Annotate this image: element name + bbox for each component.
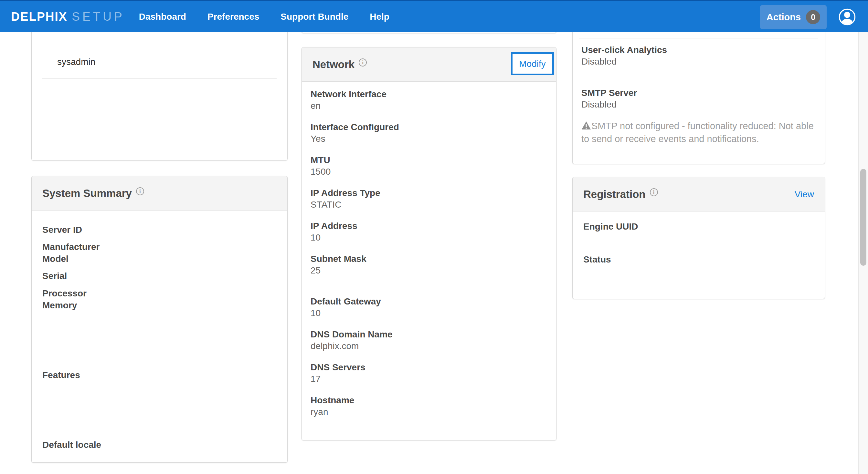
field-label: DNS Domain Name [311,329,393,340]
divider [579,82,818,82]
nav-item-dashboard[interactable]: Dashboard [139,12,186,22]
field-label: MTU [311,154,331,166]
field-value: delphix.com [311,340,393,352]
network-panel: Network i Modify Network Interface en In… [302,47,556,440]
divider [42,78,277,79]
field-label: Default Gateway [311,296,381,307]
field-value: en [311,100,386,112]
network-field: Interface Configured Yes [311,122,399,145]
field-value: 1500 [311,166,331,178]
delphix-setup-logo: DELPHIX SETUP [11,10,125,24]
field-value: 10 [311,307,381,319]
field-value: Disabled [581,99,637,110]
network-title: Network [312,59,354,71]
field-value: 17 [311,373,366,385]
user-avatar-icon [839,22,856,27]
network-field: Network Interface en [311,89,386,112]
registration-panel: Registration i View Engine UUID Status [572,177,825,299]
field-label: User-click Analytics [581,44,667,56]
actions-count-badge: 0 [806,10,820,24]
system-summary-panel: System Summary i Server ID Manufacturer … [31,176,288,463]
actions-button-label: Actions [767,12,801,23]
field-value: 25 [311,265,367,276]
summary-label-serial: Serial [42,270,67,282]
network-modify-button[interactable]: Modify [511,52,554,75]
field-label: Hostname [311,395,354,406]
nav-links: Dashboard Preferences Support Bundle Hel… [139,12,390,22]
nav-item-support-bundle[interactable]: Support Bundle [280,12,348,22]
network-field: IP Address 10 [311,220,358,243]
field-label: DNS Servers [311,362,366,373]
smtp-warning-message: SMTP not configured - functionality redu… [581,120,816,145]
page-scrollbar-track[interactable] [858,32,868,474]
account-username: sysadmin [57,57,95,67]
field-value: ryan [311,406,354,418]
network-field: DNS Servers 17 [311,362,366,385]
field-value: Yes [311,133,399,145]
nav-item-help[interactable]: Help [370,12,390,22]
user-menu-button[interactable] [839,8,856,26]
analytics-field: User-click Analytics Disabled [581,44,667,67]
field-value: STATIC [311,199,380,210]
actions-button[interactable]: Actions 0 [760,5,827,29]
network-field: DNS Domain Name delphix.com [311,329,393,352]
account-panel: sysadmin [31,16,288,161]
warning-message-text: SMTP not configured - functionality redu… [581,121,814,144]
field-label: Subnet Mask [311,253,367,265]
summary-label-model: Model [42,253,68,265]
notifications-panel: User-click Analytics Disabled SMTP Serve… [572,12,825,164]
field-label: Interface Configured [311,122,399,133]
summary-label-features: Features [42,369,80,381]
summary-label-server-id: Server ID [42,224,82,236]
field-value: Disabled [581,56,667,67]
system-summary-header: System Summary i [32,176,287,210]
network-header: Network i Modify [302,47,556,82]
logo-delphix: DELPHIX [11,10,67,24]
info-icon[interactable]: i [650,188,658,196]
field-label: IP Address Type [311,187,380,199]
registration-title: Registration [583,188,646,201]
summary-label-processor: Processor [42,288,87,299]
network-field: Subnet Mask 25 [311,253,367,276]
summary-label-memory: Memory [42,300,77,311]
registration-header: Registration i View [572,177,825,211]
nav-item-preferences[interactable]: Preferences [208,12,259,22]
field-label: SMTP Server [581,87,637,99]
system-summary-title: System Summary [42,187,132,200]
registration-label-status: Status [583,254,611,265]
field-label: Network Interface [311,89,386,100]
summary-label-default-locale: Default locale [42,439,101,451]
summary-label-manufacturer: Manufacturer [42,241,99,253]
network-field: Default Gateway 10 [311,296,381,319]
divider [579,38,818,38]
network-field: Hostname ryan [311,395,354,418]
divider [311,289,548,289]
registration-view-link[interactable]: View [795,189,814,200]
info-icon[interactable]: i [359,59,367,67]
top-nav: DELPHIX SETUP Dashboard Preferences Supp… [0,0,868,32]
registration-label-engine-uuid: Engine UUID [583,221,638,233]
info-icon[interactable]: i [136,187,144,195]
network-field: MTU 1500 [311,154,331,178]
smtp-field: SMTP Server Disabled [581,87,637,110]
field-value: 10 [311,232,358,243]
network-field: IP Address Type STATIC [311,187,380,210]
divider [42,46,277,46]
warning-icon [581,121,591,133]
field-label: IP Address [311,220,358,232]
logo-setup: SETUP [72,10,124,24]
page-scrollbar-thumb[interactable] [860,169,866,266]
